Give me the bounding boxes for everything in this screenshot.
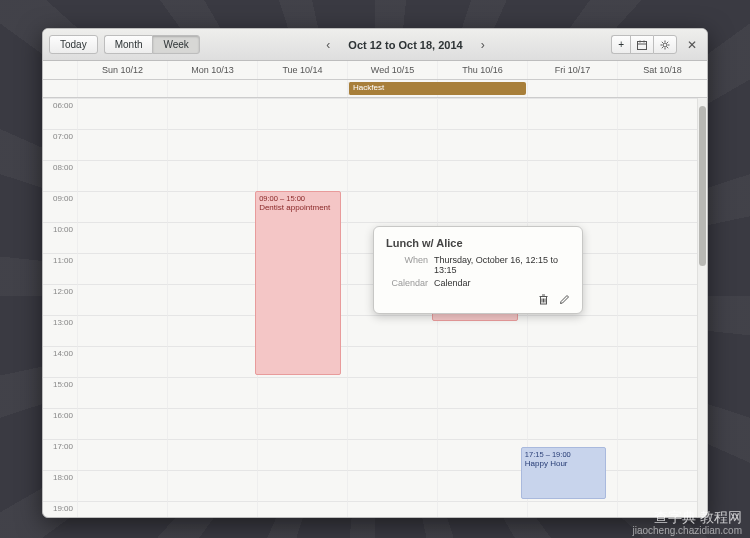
new-event-button[interactable]: + xyxy=(611,35,630,54)
grid-cell[interactable] xyxy=(617,408,707,439)
grid-cell[interactable] xyxy=(167,129,257,160)
grid-cell[interactable] xyxy=(167,284,257,315)
grid-cell[interactable] xyxy=(617,315,707,346)
grid-cell[interactable] xyxy=(257,408,347,439)
grid-cell[interactable] xyxy=(437,160,527,191)
day-header: Mon 10/13 xyxy=(167,61,257,79)
grid-cell[interactable] xyxy=(617,222,707,253)
grid-cell[interactable] xyxy=(347,501,437,517)
grid-cell[interactable] xyxy=(167,98,257,129)
grid-cell[interactable] xyxy=(617,253,707,284)
grid-cell[interactable] xyxy=(167,346,257,377)
week-view-button[interactable]: Week xyxy=(152,35,199,54)
grid-cell[interactable] xyxy=(347,377,437,408)
grid-cell[interactable] xyxy=(257,98,347,129)
grid-cell[interactable] xyxy=(167,160,257,191)
grid-cell[interactable] xyxy=(437,191,527,222)
calendars-button[interactable] xyxy=(630,35,653,54)
grid-cell[interactable] xyxy=(617,377,707,408)
settings-button[interactable] xyxy=(653,35,677,54)
grid-cell[interactable] xyxy=(617,98,707,129)
grid-cell[interactable] xyxy=(617,470,707,501)
grid-cell[interactable] xyxy=(77,160,167,191)
grid-cell[interactable] xyxy=(617,129,707,160)
grid-cell[interactable] xyxy=(437,98,527,129)
grid-cell[interactable] xyxy=(167,377,257,408)
grid-cell[interactable] xyxy=(347,346,437,377)
grid-cell[interactable] xyxy=(77,315,167,346)
grid-cell[interactable] xyxy=(347,315,437,346)
allday-row: Hackfest xyxy=(43,80,707,98)
grid-cell[interactable] xyxy=(167,470,257,501)
grid-cell[interactable] xyxy=(347,160,437,191)
grid-cell[interactable] xyxy=(167,253,257,284)
grid-cell[interactable] xyxy=(437,470,527,501)
grid-cell[interactable] xyxy=(527,160,617,191)
scroll-thumb[interactable] xyxy=(699,106,706,266)
grid-cell[interactable] xyxy=(167,439,257,470)
day-header: Sat 10/18 xyxy=(617,61,707,79)
grid-cell[interactable] xyxy=(257,501,347,517)
grid-cell[interactable] xyxy=(527,315,617,346)
day-header: Fri 10/17 xyxy=(527,61,617,79)
prev-week-button[interactable]: ‹ xyxy=(318,38,338,52)
grid-cell[interactable] xyxy=(437,377,527,408)
grid-cell[interactable] xyxy=(167,315,257,346)
grid-cell[interactable] xyxy=(77,191,167,222)
edit-event-button[interactable] xyxy=(559,294,570,305)
grid-cell[interactable] xyxy=(77,222,167,253)
grid-cell[interactable] xyxy=(347,129,437,160)
grid-cell[interactable] xyxy=(527,98,617,129)
trash-icon xyxy=(538,294,549,305)
grid-cell[interactable] xyxy=(77,470,167,501)
grid-cell[interactable] xyxy=(77,377,167,408)
grid-cell[interactable] xyxy=(617,191,707,222)
grid-cell[interactable] xyxy=(347,98,437,129)
grid-cell[interactable] xyxy=(527,501,617,517)
allday-event-hackfest[interactable]: Hackfest xyxy=(348,82,526,95)
grid-cell[interactable] xyxy=(617,439,707,470)
next-week-button[interactable]: › xyxy=(473,38,493,52)
grid-cell[interactable] xyxy=(347,191,437,222)
grid-cell[interactable] xyxy=(257,160,347,191)
grid-cell[interactable] xyxy=(527,408,617,439)
scrollbar[interactable] xyxy=(697,98,707,517)
grid-cell[interactable] xyxy=(257,377,347,408)
grid-cell[interactable] xyxy=(77,129,167,160)
grid-cell[interactable] xyxy=(527,377,617,408)
grid-cell[interactable] xyxy=(167,222,257,253)
month-view-button[interactable]: Month xyxy=(104,35,153,54)
delete-event-button[interactable] xyxy=(538,294,549,305)
grid-cell[interactable] xyxy=(527,129,617,160)
grid-cell[interactable] xyxy=(77,284,167,315)
grid-cell[interactable] xyxy=(347,439,437,470)
grid-cell[interactable] xyxy=(617,160,707,191)
grid-cell[interactable] xyxy=(167,408,257,439)
grid-cell[interactable] xyxy=(527,346,617,377)
grid-cell[interactable] xyxy=(167,501,257,517)
grid-cell[interactable] xyxy=(77,253,167,284)
grid-cell[interactable] xyxy=(347,408,437,439)
grid-cell[interactable] xyxy=(257,470,347,501)
grid-cell[interactable] xyxy=(617,346,707,377)
close-button[interactable]: ✕ xyxy=(683,38,701,52)
event-dentist[interactable]: 09:00 – 15:00 Dentist appointment xyxy=(255,191,341,375)
grid-cell[interactable] xyxy=(437,439,527,470)
grid-cell[interactable] xyxy=(527,191,617,222)
today-button[interactable]: Today xyxy=(49,35,98,54)
grid-cell[interactable] xyxy=(77,501,167,517)
grid-cell[interactable] xyxy=(77,439,167,470)
grid-cell[interactable] xyxy=(167,191,257,222)
grid-cell[interactable] xyxy=(347,470,437,501)
grid-cell[interactable] xyxy=(257,439,347,470)
grid-cell[interactable] xyxy=(437,129,527,160)
grid-cell[interactable] xyxy=(437,346,527,377)
event-happy-hour[interactable]: 17:15 – 19:00 Happy Hour xyxy=(521,447,607,499)
grid-cell[interactable] xyxy=(77,346,167,377)
grid-cell[interactable] xyxy=(617,284,707,315)
grid-cell[interactable] xyxy=(77,408,167,439)
grid-cell[interactable] xyxy=(257,129,347,160)
grid-cell[interactable] xyxy=(77,98,167,129)
grid-cell[interactable] xyxy=(437,501,527,517)
grid-cell[interactable] xyxy=(437,408,527,439)
